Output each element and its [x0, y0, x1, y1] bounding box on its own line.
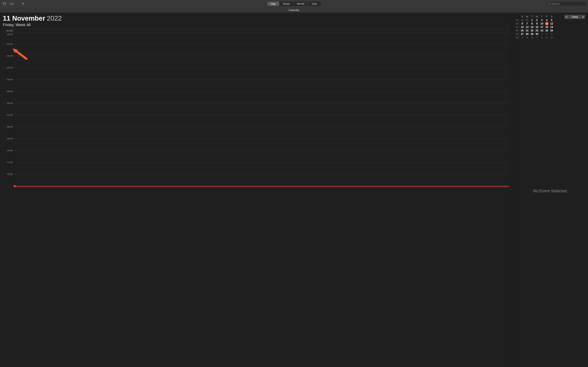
date-year: 2022 [47, 15, 62, 22]
mini-day[interactable]: 2 [535, 19, 539, 22]
date-header: 11 November 2022 Friday, Week 46 [0, 13, 512, 27]
hour-row[interactable]: 07:00 [3, 115, 509, 127]
side-pane: SMTWTFS453031123454667891011124713141516… [512, 13, 588, 367]
inbox-button[interactable] [9, 1, 15, 7]
view-tab-year[interactable]: Year [308, 2, 321, 6]
hour-label: 01:00 [7, 43, 13, 45]
hour-label: 03:00 [7, 67, 13, 69]
view-tab-day[interactable]: Day [267, 2, 279, 6]
calendars-button[interactable] [2, 1, 7, 7]
mini-week-number: 47 [515, 26, 520, 29]
hour-label: 04:00 [7, 78, 13, 81]
date-line: 11 November 2022 [3, 15, 509, 22]
day-pane: 11 November 2022 Friday, Week 46 all-day… [0, 13, 512, 367]
mini-day[interactable]: 4 [520, 36, 525, 39]
mini-day[interactable]: 11 [544, 22, 549, 25]
mini-day[interactable]: 25 [544, 29, 549, 32]
mini-day[interactable]: 20 [520, 29, 525, 32]
mini-dow: S [520, 15, 525, 18]
mini-day[interactable]: 6 [520, 22, 525, 25]
mini-day[interactable]: 21 [525, 29, 530, 32]
mini-day[interactable]: 8 [539, 36, 544, 39]
hour-label: 08:00 [7, 125, 13, 128]
mini-day[interactable]: 4 [544, 19, 549, 22]
today-label: Today [571, 16, 578, 18]
mini-day[interactable]: 8 [530, 22, 535, 25]
hour-row[interactable]: 11:00 [3, 162, 509, 174]
mini-day[interactable]: 16 [535, 26, 539, 29]
add-event-button[interactable] [20, 1, 26, 7]
mini-day[interactable]: 7 [535, 36, 539, 39]
hour-row[interactable]: 09:00 [3, 139, 509, 151]
mini-day[interactable]: 2 [544, 33, 549, 35]
hour-row[interactable]: 06:00 [3, 103, 509, 115]
hour-row[interactable]: 10:00 [3, 151, 509, 162]
search-icon [548, 2, 551, 5]
hour-row[interactable]: 02:00 [3, 56, 509, 68]
mini-day[interactable]: 3 [539, 19, 544, 22]
next-button[interactable] [581, 15, 585, 19]
mini-day[interactable]: 1 [539, 33, 544, 35]
view-tab-week[interactable]: Week [279, 2, 293, 6]
hour-label: 00:00 [7, 33, 13, 36]
svg-rect-0 [3, 3, 6, 5]
search-field-wrap [546, 1, 586, 6]
mini-day[interactable]: 6 [530, 36, 535, 39]
mini-day[interactable]: 10 [549, 36, 554, 39]
hour-label: 10:00 [7, 149, 13, 152]
mini-day[interactable]: 5 [525, 36, 530, 39]
date-subtitle: Friday, Week 46 [3, 23, 509, 27]
toolbar: DayWeekMonthYear [0, 0, 588, 7]
mini-day[interactable]: 5 [549, 19, 554, 22]
calendar-icon [3, 2, 6, 5]
mini-day[interactable]: 28 [525, 33, 530, 35]
mini-day[interactable]: 19 [549, 26, 554, 29]
mini-day[interactable]: 29 [530, 33, 535, 35]
mini-week-number: 48 [515, 29, 520, 32]
mini-day[interactable]: 9 [535, 22, 539, 25]
mini-day[interactable]: 30 [520, 19, 525, 22]
mini-week-number: 49 [515, 33, 520, 35]
mini-day[interactable]: 30 [535, 33, 539, 35]
timeline[interactable]: 00:0001:0002:0003:0004:0005:0006:0007:00… [3, 33, 509, 186]
all-day-row[interactable]: all-day [3, 29, 509, 33]
view-tab-month[interactable]: Month [293, 2, 308, 6]
hour-row[interactable]: 05:00 [3, 92, 509, 103]
hour-row[interactable]: 03:00 [3, 68, 509, 80]
mini-day[interactable]: 13 [520, 26, 525, 29]
mini-day[interactable]: 18 [544, 26, 549, 29]
mini-day[interactable]: 17 [539, 26, 544, 29]
mini-day[interactable]: 14 [525, 26, 530, 29]
mini-day[interactable]: 1 [530, 19, 535, 22]
mini-week-number: 45 [515, 19, 520, 22]
today-button[interactable]: Today [569, 15, 580, 19]
prev-button[interactable] [564, 15, 569, 19]
mini-day[interactable]: 15 [530, 26, 535, 29]
hour-label: 07:00 [7, 114, 13, 116]
toolbar-separator [8, 2, 8, 5]
mini-day[interactable]: 27 [520, 33, 525, 35]
plus-icon [22, 2, 25, 5]
mini-day[interactable]: 7 [525, 22, 530, 25]
no-event-label: No Event Selected [533, 189, 567, 193]
mini-day[interactable]: 10 [539, 22, 544, 25]
window-title-bar: Calendar [0, 7, 588, 13]
hour-row[interactable]: 00:00 [3, 33, 509, 44]
mini-day[interactable]: 24 [539, 29, 544, 32]
search-input[interactable] [552, 2, 586, 5]
mini-day[interactable]: 22 [530, 29, 535, 32]
mini-day[interactable]: 9 [544, 36, 549, 39]
hour-row[interactable]: 12:00 [3, 174, 509, 186]
side-top: SMTWTFS453031123454667891011124713141516… [512, 13, 588, 39]
hour-row[interactable]: 08:00 [3, 127, 509, 139]
mini-day[interactable]: 3 [549, 33, 554, 35]
hour-row[interactable]: 01:00 [3, 44, 509, 56]
mini-dow: M [525, 15, 530, 18]
mini-day[interactable]: 31 [525, 19, 530, 22]
mini-day[interactable]: 26 [549, 29, 554, 32]
hour-row[interactable]: 04:00 [3, 80, 509, 92]
mini-day[interactable]: 23 [535, 29, 539, 32]
no-event-selected: No Event Selected [512, 39, 588, 367]
mini-day[interactable]: 12 [549, 22, 554, 25]
mini-week-spacer [515, 15, 520, 18]
